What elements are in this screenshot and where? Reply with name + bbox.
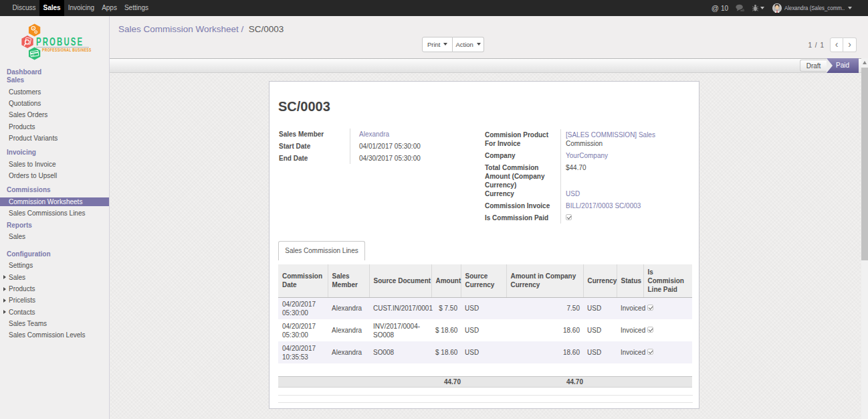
svg-text:PROBUSE: PROBUSE <box>36 35 84 48</box>
svg-text:PROFESSIONAL BUSINESS: PROFESSIONAL BUSINESS <box>42 48 92 53</box>
